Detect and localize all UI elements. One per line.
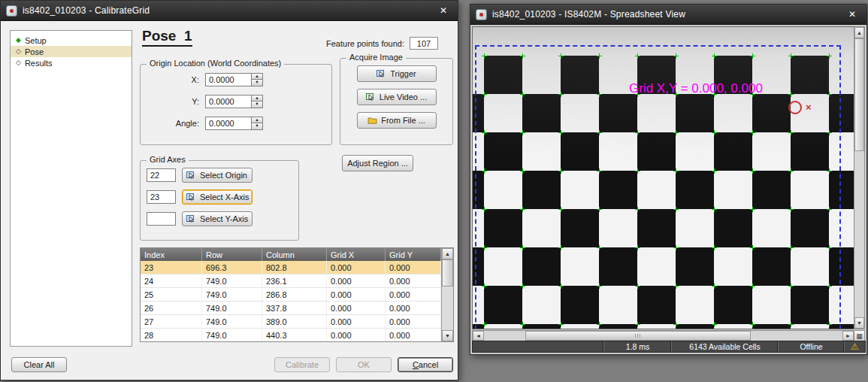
table-cell: 26 [141,302,202,314]
feature-point-cross-icon [635,130,640,135]
table-cell: 0.000 [327,302,386,314]
calibrate-titlebar[interactable]: is8402_010203 - CalibrateGrid ✕ [1,1,458,21]
tree-item-pose[interactable]: ◇ Pose [11,46,132,57]
table-row[interactable]: 24749.0236.10.0000.000 [141,274,441,288]
spin-down-icon[interactable]: ▼ [252,123,263,130]
column-header-index[interactable]: Index [141,248,202,261]
scroll-thumb[interactable] [442,259,453,286]
scroll-thumb[interactable] [854,38,864,151]
clear-all-button[interactable]: Clear All [11,357,67,372]
y-axis-index-input[interactable] [147,212,176,226]
tree-item-results[interactable]: ◇ Results [11,57,132,68]
insight-app-icon [476,9,487,20]
vertical-scrollbar[interactable]: ▲ ▼ [854,26,865,329]
x-input[interactable]: 0.0000 [205,73,252,86]
table-scrollbar[interactable]: ▲ ▼ [441,248,453,341]
table-header: Index Row Column Grid X Grid Y [141,248,441,261]
table-cell: 28 [141,329,202,341]
live-video-button[interactable]: Live Video ... [357,89,437,105]
feature-point-cross-icon [673,168,679,174]
tree-item-setup[interactable]: ◆ Setup [11,35,132,46]
table-cell: 236.1 [262,274,327,287]
image-viewport[interactable]: Grid X,Y = 0.000, 0.000 × [472,26,854,329]
table-cell: 696.3 [202,261,262,274]
table-cell: 0.000 [327,329,386,341]
select-origin-button[interactable]: Select Origin [182,168,253,183]
spin-down-icon[interactable]: ▼ [252,80,263,86]
status-spacer [473,341,603,352]
close-icon[interactable]: ✕ [843,7,861,22]
feature-point-cross-icon [712,168,717,174]
table-row[interactable]: 26749.0337.80.0000.000 [141,302,441,315]
ok-button[interactable]: OK [336,357,392,372]
origin-location-group-title: Origin Location (World Coordinates) [147,59,284,68]
feature-point-cross-icon [788,53,794,59]
live-video-icon [366,92,376,102]
select-y-axis-icon [186,214,196,223]
feature-point-cross-icon [827,53,832,59]
angle-label: Angle: [141,119,199,128]
view-grid-corner-icon[interactable]: ▦ [854,330,865,341]
select-x-axis-button[interactable]: Select X-Axis [182,189,253,205]
spin-up-icon[interactable]: ▲ [252,73,263,80]
table-cell: 0.000 [327,315,386,328]
select-x-axis-icon [186,193,196,202]
column-header-column[interactable]: Column [262,248,327,261]
scroll-track [442,259,453,330]
scroll-right-icon[interactable]: ► [842,331,854,341]
acquire-image-group-title: Acquire Image [346,53,406,62]
y-spinner: ▲ ▼ [252,95,263,108]
table-row[interactable]: 25749.0286.80.0000.000 [141,288,441,302]
trigger-button[interactable]: Trigger [357,65,437,82]
angle-spinner: ▲ ▼ [252,117,263,130]
horizontal-scrollbar[interactable]: ◄ ► [472,330,854,341]
spin-up-icon[interactable]: ▲ [252,117,263,124]
column-header-grid-x[interactable]: Grid X [327,248,386,261]
tree-item-label: Results [25,59,53,68]
x-spinner: ▲ ▼ [252,73,263,86]
from-file-button[interactable]: From File ... [357,112,437,129]
feature-point-cross-icon [558,283,564,289]
close-icon[interactable]: ✕ [434,3,452,18]
scroll-up-icon[interactable]: ▲ [442,248,453,259]
scroll-down-icon[interactable]: ▼ [442,330,453,341]
diamond-icon: ◇ [16,48,21,55]
feature-point-cross-icon [712,245,717,250]
x-axis-index-input[interactable]: 23 [147,190,176,204]
column-header-grid-y[interactable]: Grid Y [386,248,441,261]
select-y-axis-button[interactable]: Select Y-Axis [182,211,253,226]
desktop: is8402_010203 - CalibrateGrid ✕ ◆ Setup … [0,0,868,382]
feature-point-cross-icon [750,130,755,135]
spin-up-icon[interactable]: ▲ [252,95,263,102]
feature-point-cross-icon [482,245,487,250]
table-row[interactable]: 23696.3802.80.0000.000 [141,261,441,274]
online-status[interactable]: Offline [778,341,844,352]
table-row[interactable]: 28749.0440.30.0000.000 [141,329,441,341]
scroll-left-icon[interactable]: ◄ [473,331,484,341]
warning-icon[interactable]: ⚠ [844,341,865,352]
y-axis-row: Select Y-Axis [147,211,298,226]
angle-input[interactable]: 0.0000 [205,117,252,130]
pose-heading: Pose 1 [142,28,192,47]
spreadsheet-titlebar[interactable]: is8402_010203 - IS8402M - Spreadsheet Vi… [470,5,866,25]
feature-point-cross-icon [520,53,525,59]
y-label: Y: [141,97,199,106]
spin-down-icon[interactable]: ▼ [252,102,263,108]
feature-point-cross-icon [750,53,755,59]
feature-point-cross-icon [597,168,602,174]
y-input[interactable]: 0.0000 [205,95,252,108]
calibrate-button[interactable]: Calibrate [274,357,330,372]
select-origin-icon [186,171,196,180]
adjust-region-button[interactable]: Adjust Region ... [342,155,413,171]
feature-point-cross-icon [788,322,794,327]
scroll-down-icon[interactable]: ▼ [854,317,864,329]
column-header-row[interactable]: Row [202,248,262,261]
origin-index-input[interactable]: 22 [147,168,176,182]
feature-point-cross-icon [597,130,602,135]
scroll-thumb[interactable] [525,331,751,341]
origin-y-row: Y: 0.0000 ▲ ▼ [141,94,322,108]
feature-point-cross-icon [827,168,832,174]
cancel-button[interactable]: Cancel [398,357,453,372]
scroll-up-icon[interactable]: ▲ [854,27,864,38]
table-row[interactable]: 27749.0389.00.0000.000 [141,315,441,329]
